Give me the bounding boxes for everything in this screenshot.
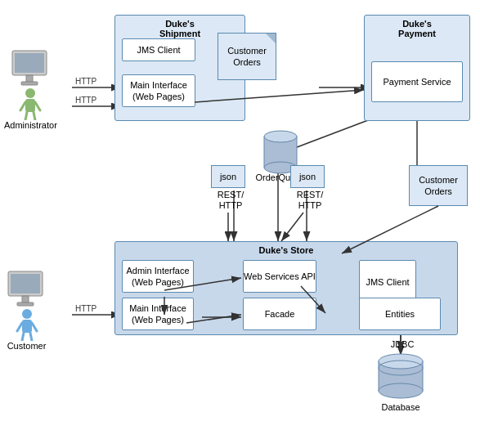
svg-rect-38 xyxy=(11,274,40,293)
dukes-payment-container: Duke's Payment Payment Service xyxy=(364,15,470,121)
svg-rect-28 xyxy=(15,53,44,73)
customer-orders-right-box: Customer Orders xyxy=(409,165,468,206)
database-label: Database xyxy=(381,402,419,412)
dukes-payment-title: Duke's Payment xyxy=(365,19,469,38)
person-icon xyxy=(19,87,42,120)
svg-rect-30 xyxy=(21,82,38,85)
svg-point-48 xyxy=(264,131,297,142)
customer-label: Customer xyxy=(7,341,47,351)
svg-text:HTTP: HTTP xyxy=(75,96,96,105)
jms-client-top-box: JMS Client xyxy=(122,38,195,61)
administrator-label: Administrator xyxy=(4,120,57,130)
svg-rect-32 xyxy=(25,99,35,112)
svg-rect-39 xyxy=(22,296,29,302)
json-left-box: json xyxy=(211,165,245,188)
entities-box: Entities xyxy=(359,298,441,330)
svg-line-36 xyxy=(34,112,35,120)
svg-line-45 xyxy=(22,333,24,341)
facade-box: Facade xyxy=(243,298,316,330)
jdbc-label: JDBC xyxy=(386,339,419,349)
svg-rect-42 xyxy=(22,320,32,333)
svg-point-53 xyxy=(379,383,423,398)
svg-line-57 xyxy=(281,213,303,241)
customer-person-icon xyxy=(16,308,38,341)
svg-line-34 xyxy=(35,102,40,110)
payment-service-box: Payment Service xyxy=(371,61,463,102)
main-interface-top-box: Main Interface (Web Pages) xyxy=(122,74,195,107)
svg-line-43 xyxy=(17,323,22,331)
main-interface-bottom-box: Main Interface (Web Pages) xyxy=(122,298,194,330)
administrator-actor: Administrator xyxy=(4,49,57,130)
database-cylinder: Database xyxy=(372,352,429,412)
svg-text:HTTP: HTTP xyxy=(75,77,96,86)
diagram: HTTP HTTP HTTP xyxy=(0,0,480,448)
web-services-api-box: Web Services API xyxy=(243,260,316,293)
admin-interface-box: Admin Interface (Web Pages) xyxy=(122,260,194,293)
svg-line-46 xyxy=(30,333,32,341)
customer-actor: Customer xyxy=(4,270,49,351)
svg-line-33 xyxy=(20,102,25,110)
svg-point-41 xyxy=(22,309,32,319)
svg-line-44 xyxy=(32,323,37,331)
customer-orders-top: Customer Orders xyxy=(218,33,276,80)
svg-text:HTTP: HTTP xyxy=(75,304,96,313)
svg-point-31 xyxy=(25,88,35,98)
dukes-store-container: Duke's Store Admin Interface (Web Pages)… xyxy=(114,241,458,335)
svg-rect-29 xyxy=(26,75,33,82)
svg-line-35 xyxy=(25,112,27,120)
svg-rect-40 xyxy=(17,302,34,306)
json-right-box: json xyxy=(290,165,325,188)
rest-http-right-label: REST/ HTTP xyxy=(293,190,327,211)
rest-http-left-label: REST/ HTTP xyxy=(213,190,248,211)
svg-point-51 xyxy=(379,354,423,369)
dukes-store-title: Duke's Store xyxy=(115,245,457,255)
